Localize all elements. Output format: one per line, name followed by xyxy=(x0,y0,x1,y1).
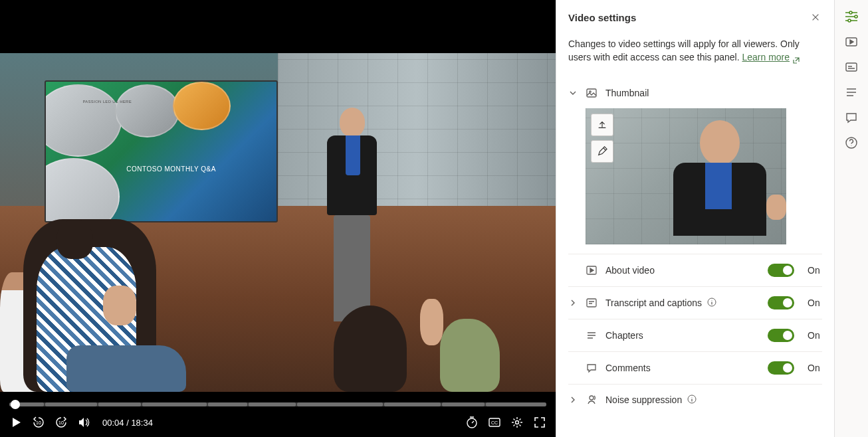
toggle-state: On xyxy=(808,363,822,373)
video-content: PASSION LED US HERE CONTOSO MONTHLY Q&A xyxy=(0,53,556,392)
toggle-state: On xyxy=(808,330,822,341)
svg-point-5 xyxy=(516,421,519,424)
panel-description: Changes to video settings will apply for… xyxy=(568,37,822,64)
current-time: 00:04 xyxy=(102,418,124,428)
chevron-down-icon[interactable] xyxy=(568,88,578,98)
svg-point-11 xyxy=(590,396,594,400)
panel-title: Video settings xyxy=(568,12,636,23)
thumbnail-upload-button[interactable] xyxy=(591,114,613,136)
chapters-icon xyxy=(586,329,597,341)
info-icon[interactable] xyxy=(707,298,716,307)
progress-handle[interactable] xyxy=(11,400,20,409)
image-icon xyxy=(586,87,597,99)
section-label: About video xyxy=(605,265,760,276)
chapters-toggle[interactable] xyxy=(768,329,794,342)
chevron-right-icon[interactable] xyxy=(568,395,578,404)
external-link-icon xyxy=(792,54,800,62)
rail-transcript-icon[interactable] xyxy=(844,60,859,74)
comments-icon xyxy=(586,362,597,374)
play-square-icon xyxy=(586,264,597,276)
learn-more-link[interactable]: Learn more xyxy=(742,52,790,62)
close-button[interactable] xyxy=(809,11,822,24)
rewind-10-button[interactable]: 10 xyxy=(32,416,45,429)
rail-video-icon[interactable] xyxy=(844,35,859,49)
video-controls-bar: 10 10 00:04 / 18:34 CC xyxy=(0,398,556,437)
volume-button[interactable] xyxy=(77,416,90,429)
section-label: Chapters xyxy=(605,330,760,341)
thumbnail-preview xyxy=(586,108,786,244)
rail-help-icon[interactable] xyxy=(844,135,859,150)
play-button[interactable] xyxy=(9,416,23,429)
forward-10-button[interactable]: 10 xyxy=(54,416,68,429)
toggle-state: On xyxy=(808,298,822,308)
svg-text:CC: CC xyxy=(491,420,498,425)
screen-tagline: PASSION LED US HERE xyxy=(82,100,132,104)
transcript-icon xyxy=(586,297,597,309)
audience-right xyxy=(334,290,500,392)
svg-point-15 xyxy=(848,19,851,22)
total-time: 18:34 xyxy=(131,418,153,428)
comments-toggle[interactable] xyxy=(768,361,794,375)
section-label: Transcript and captions xyxy=(605,298,760,308)
svg-rect-17 xyxy=(846,63,857,71)
noise-suppression-icon xyxy=(586,394,597,406)
video-viewport[interactable]: PASSION LED US HERE CONTOSO MONTHLY Q&A xyxy=(0,0,556,398)
thumbnail-edit-button[interactable] xyxy=(591,140,613,163)
svg-rect-9 xyxy=(587,299,596,307)
rail-comments-icon[interactable] xyxy=(844,110,859,125)
right-rail xyxy=(835,0,868,437)
info-icon[interactable] xyxy=(687,394,697,404)
fullscreen-button[interactable] xyxy=(533,416,546,429)
svg-text:10: 10 xyxy=(36,420,41,425)
rail-settings-icon[interactable] xyxy=(844,9,859,24)
settings-gear-button[interactable] xyxy=(510,416,524,429)
transcript-toggle[interactable] xyxy=(768,296,794,309)
svg-text:10: 10 xyxy=(58,420,64,425)
section-label: Thumbnail xyxy=(605,88,822,98)
svg-point-13 xyxy=(849,11,852,14)
presentation-screen: PASSION LED US HERE CONTOSO MONTHLY Q&A xyxy=(45,80,278,222)
time-display: 00:04 / 18:34 xyxy=(102,418,153,428)
section-label: Comments xyxy=(605,363,760,373)
video-settings-panel: Video settings Changes to video settings… xyxy=(556,0,835,437)
screen-heading: CONTOSO MONTHLY Q&A xyxy=(126,165,216,173)
svg-rect-6 xyxy=(587,89,596,97)
section-transcript: Transcript and captions On xyxy=(568,286,822,319)
toggle-state: On xyxy=(808,265,822,276)
rail-chapters-icon[interactable] xyxy=(844,85,859,100)
about-video-toggle[interactable] xyxy=(768,264,794,277)
svg-point-14 xyxy=(855,15,857,18)
progress-bar[interactable] xyxy=(9,402,546,406)
captions-button[interactable]: CC xyxy=(488,416,501,429)
section-about-video: About video On xyxy=(568,254,822,286)
video-player: PASSION LED US HERE CONTOSO MONTHLY Q&A xyxy=(0,0,556,437)
playback-speed-button[interactable] xyxy=(465,416,479,429)
section-noise-suppression: Noise suppression xyxy=(568,384,822,415)
section-comments: Comments On xyxy=(568,351,822,384)
section-chapters: Chapters On xyxy=(568,319,822,351)
svg-point-7 xyxy=(590,90,591,92)
section-label: Noise suppression xyxy=(605,394,800,405)
section-thumbnail: Thumbnail xyxy=(568,78,822,254)
chevron-right-icon[interactable] xyxy=(568,298,578,307)
audience-left xyxy=(0,206,195,393)
